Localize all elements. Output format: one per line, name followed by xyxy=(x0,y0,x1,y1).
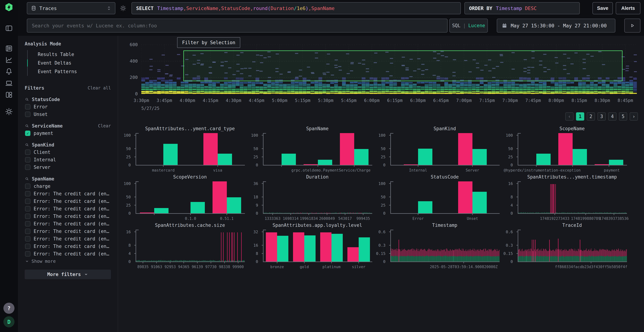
run-query-button[interactable] xyxy=(624,18,640,32)
filter-option[interactable]: Error: The credit card (end… xyxy=(25,212,111,220)
hyperdx-logo[interactable] xyxy=(4,2,14,12)
filter-checkbox[interactable] xyxy=(25,244,30,249)
filter-option[interactable]: Error: The credit card (end… xyxy=(25,250,111,258)
filter-checkbox[interactable] xyxy=(25,236,30,242)
filter-checkbox[interactable] xyxy=(25,157,30,162)
language-toggle[interactable]: SQL | Lucene xyxy=(449,18,488,32)
delta-chart-1[interactable]: SpanName02550100grpc.oteldemo.PaymentSer… xyxy=(252,124,380,172)
delta-chart-3[interactable]: ScopeName02550100@hyperdx/instrumentatio… xyxy=(507,124,635,172)
more-filters-button[interactable]: More filters xyxy=(25,270,111,279)
analysis-mode-item-event-patterns[interactable]: Event Patterns xyxy=(28,67,111,76)
filter-checkbox[interactable] xyxy=(25,228,30,234)
filter-checkbox[interactable] xyxy=(25,251,30,256)
filter-option[interactable]: Client xyxy=(25,148,111,156)
dense-bar xyxy=(596,212,597,213)
filter-checkbox[interactable] xyxy=(25,184,30,189)
filter-checkbox[interactable] xyxy=(25,214,30,219)
delta-chart-11[interactable]: TraceId00.150.30.6ff860334facdb23d3f430f… xyxy=(507,220,635,268)
language-sql[interactable]: SQL xyxy=(452,23,460,28)
pagination-page-2[interactable]: 2 xyxy=(587,112,595,120)
filter-option[interactable]: Error: The credit card (end… xyxy=(25,242,111,250)
delta-chart-5[interactable]: Duration09183613333631698314199618342600… xyxy=(252,172,380,220)
chart-plot[interactable]: 00.150.30.6ff860334facdb23d3f430ff5b5050… xyxy=(518,230,627,262)
chart-plot[interactable]: 02550100mastercardvisa xyxy=(136,133,245,166)
chart-plot[interactable]: 0481689835910639295394365961399773098338… xyxy=(136,230,245,262)
query-settings-gear-icon[interactable] xyxy=(120,5,127,12)
pagination-page-3[interactable]: 3 xyxy=(598,112,606,120)
pagination-prev[interactable]: ‹ xyxy=(565,112,574,120)
panel-toggle-icon[interactable] xyxy=(4,24,14,33)
filter-group-header-SpanKind[interactable]: SpanKind xyxy=(25,141,111,148)
source-selector[interactable]: Traces xyxy=(27,2,116,14)
settings-gear-icon[interactable] xyxy=(4,107,14,116)
filter-option[interactable]: Error: The credit card (end… xyxy=(25,235,111,242)
delta-chart-9[interactable]: SpanAttributes.app.loyalty.level081632br… xyxy=(252,220,380,268)
sessions-laptop-icon[interactable] xyxy=(4,79,14,88)
search-input[interactable]: Search your events w/ Lucene ex. column:… xyxy=(27,18,448,32)
heatmap-selection-rect[interactable] xyxy=(183,50,622,81)
pagination-page-4[interactable]: 4 xyxy=(608,112,616,120)
chart-plot[interactable]: 02550100@hyperdx/instrumentation-excepti… xyxy=(518,133,627,166)
delta-chart-0[interactable]: SpanAttributes...yment.card_type02550100… xyxy=(125,124,252,172)
chart-plot[interactable]: 02550100ErrorUnset xyxy=(390,182,500,214)
user-avatar[interactable]: D xyxy=(4,316,14,327)
delta-chart-2[interactable]: SpanKind02550100InternalServer xyxy=(380,124,507,172)
filter-group-header-StatusCode[interactable]: StatusCode xyxy=(25,96,111,103)
chart-plot[interactable]: 00.150.30.62025-05-28T03:59:14.900820000… xyxy=(390,230,500,262)
language-lucene[interactable]: Lucene xyxy=(468,23,485,28)
filter-option[interactable]: Error: The credit card (end… xyxy=(25,190,111,198)
chart-plot[interactable]: 02550100InternalServer xyxy=(390,133,500,166)
analysis-mode-item-results-table[interactable]: Results Table xyxy=(28,50,111,59)
dense-bar xyxy=(296,213,296,213)
filter-checkbox[interactable] xyxy=(25,112,30,117)
clear-filter-link[interactable]: Clear xyxy=(98,124,111,128)
save-button[interactable]: Save xyxy=(592,2,613,14)
chart-explorer-icon[interactable] xyxy=(4,55,14,64)
filter-checkbox[interactable] xyxy=(25,221,30,226)
search-logs-icon[interactable] xyxy=(4,44,14,53)
filter-checkbox[interactable] xyxy=(25,164,30,170)
dashboards-icon[interactable] xyxy=(4,90,14,100)
filter-checkbox[interactable] xyxy=(25,104,30,110)
filter-option[interactable]: Server xyxy=(25,164,111,171)
filter-checkbox[interactable]: ✓ xyxy=(25,130,30,136)
pagination-page-1[interactable]: 1 xyxy=(576,112,584,120)
chart-plot[interactable]: 02550100grpc.oteldemo.PaymentService/Cha… xyxy=(263,133,372,166)
pagination-next[interactable]: › xyxy=(630,112,638,120)
chart-plot[interactable]: 025501000.1.00.51.1 xyxy=(136,182,245,214)
time-range-picker[interactable]: May 27 15:30:00 - May 27 21:00:00 xyxy=(497,18,616,32)
chart-plot[interactable]: 0481617481922734331748199880789174839373… xyxy=(518,182,627,214)
filter-checkbox[interactable] xyxy=(25,198,30,204)
pagination-page-5[interactable]: 5 xyxy=(619,112,627,120)
filter-checkbox[interactable] xyxy=(25,206,30,212)
filter-option[interactable]: charge xyxy=(25,182,111,190)
clear-all-filters-link[interactable]: Clear all xyxy=(88,86,111,90)
alerts-button[interactable]: Alerts xyxy=(616,2,640,14)
show-more-toggle[interactable]: Show more xyxy=(25,259,111,264)
filter-option[interactable]: ✓payment xyxy=(25,130,111,137)
delta-chart-4[interactable]: ScopeVersion025501000.1.00.51.1 xyxy=(125,172,252,220)
chart-plot[interactable]: 0918361333363169831419961834260084954301… xyxy=(263,182,372,214)
delta-chart-10[interactable]: Timestamp00.150.30.62025-05-28T03:59:14.… xyxy=(380,220,507,268)
delta-chart-8[interactable]: SpanAttributes.cache.size048168983591063… xyxy=(125,220,252,268)
filter-option[interactable]: Error: The credit card (end… xyxy=(25,205,111,212)
filter-option[interactable]: Error: The credit card (end… xyxy=(25,228,111,235)
filter-by-selection-button[interactable]: Filter by Selection xyxy=(177,37,240,48)
delta-chart-7[interactable]: SpanAttributes...yment.timestamp04816174… xyxy=(507,172,635,220)
delta-chart-6[interactable]: StatusCode02550100ErrorUnset xyxy=(380,172,507,220)
filter-checkbox[interactable] xyxy=(25,191,30,196)
filter-group-header-SpanName[interactable]: SpanName xyxy=(25,175,111,182)
select-query-input[interactable]: SELECT Timestamp,ServiceName,StatusCode,… xyxy=(132,2,461,14)
filter-option[interactable]: Error xyxy=(25,103,111,110)
analysis-mode-item-event-deltas[interactable]: Event Deltas xyxy=(28,59,111,67)
chart-plot[interactable]: 081632bronzegoldplatinumsilver xyxy=(263,230,372,262)
filter-option[interactable]: Error: The credit card (end… xyxy=(25,198,111,205)
order-by-input[interactable]: ORDER BY Timestamp DESC xyxy=(464,2,580,14)
help-button[interactable]: ? xyxy=(4,303,14,314)
filter-checkbox[interactable] xyxy=(25,150,30,155)
alerts-bell-icon[interactable] xyxy=(4,67,14,76)
filter-option[interactable]: Internal xyxy=(25,156,111,164)
filter-group-header-ServiceName[interactable]: ServiceNameClear xyxy=(25,122,111,130)
filter-option[interactable]: Unset xyxy=(25,110,111,118)
filter-option[interactable]: Error: The credit card (end… xyxy=(25,220,111,228)
